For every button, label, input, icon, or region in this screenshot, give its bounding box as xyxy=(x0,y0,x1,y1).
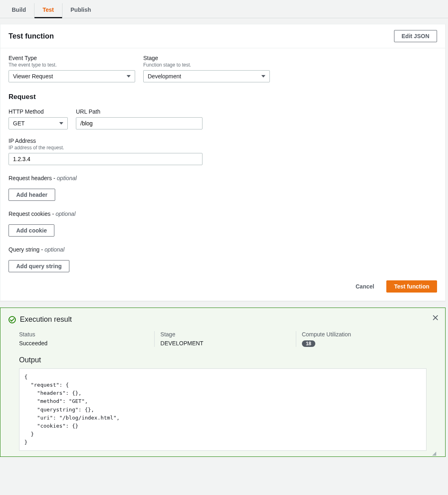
tab-publish[interactable]: Publish xyxy=(62,3,99,18)
ip-hint: IP address of the request. xyxy=(9,145,202,151)
status-label: Status xyxy=(19,331,154,338)
stage-select[interactable]: Development xyxy=(143,70,270,82)
caret-down-icon xyxy=(59,122,63,125)
http-method-select[interactable]: GET xyxy=(9,117,68,129)
add-query-button[interactable]: Add query string xyxy=(9,260,69,272)
tab-test[interactable]: Test xyxy=(34,3,62,18)
result-stage-label: Stage xyxy=(160,331,295,338)
cookies-label: Request cookies - xyxy=(9,211,56,217)
panel-title: Test function xyxy=(9,32,54,41)
output-label: Output xyxy=(19,356,437,364)
stage-hint: Function stage to test. xyxy=(143,62,270,68)
url-path-input[interactable] xyxy=(76,117,202,129)
url-path-label: URL Path xyxy=(76,108,202,115)
close-icon[interactable] xyxy=(432,314,439,321)
caret-down-icon xyxy=(127,75,131,77)
headers-label: Request headers - xyxy=(9,175,57,181)
query-label: Query string - xyxy=(9,246,45,253)
edit-json-button[interactable]: Edit JSON xyxy=(394,30,437,42)
tabs: Build Test Publish xyxy=(0,0,448,18)
event-type-hint: The event type to test. xyxy=(9,62,135,68)
tab-build[interactable]: Build xyxy=(3,3,34,18)
compute-label: Compute Utilization xyxy=(302,331,437,338)
success-check-icon xyxy=(9,316,16,323)
test-function-panel: Test function Edit JSON Event Type The e… xyxy=(0,24,446,301)
http-method-value: GET xyxy=(13,120,25,127)
add-cookie-button[interactable]: Add cookie xyxy=(9,224,54,237)
event-type-value: Viewer Request xyxy=(13,73,53,80)
caret-down-icon xyxy=(261,75,265,77)
status-value: Succeeded xyxy=(19,340,154,346)
event-type-label: Event Type xyxy=(9,55,135,61)
request-section-title: Request xyxy=(9,93,437,101)
stage-label: Stage xyxy=(143,55,270,61)
ip-label: IP Address xyxy=(9,138,202,144)
result-title: Execution result xyxy=(20,315,72,324)
test-function-button[interactable]: Test function xyxy=(386,280,437,293)
resize-handle-icon[interactable] xyxy=(9,451,437,456)
result-stage-value: DEVELOPMENT xyxy=(160,340,295,346)
http-method-label: HTTP Method xyxy=(9,108,68,115)
add-header-button[interactable]: Add header xyxy=(9,189,55,201)
output-code[interactable]: { "request": { "headers": {}, "method": … xyxy=(19,368,426,451)
cancel-button[interactable]: Cancel xyxy=(348,281,381,292)
compute-badge: 18 xyxy=(302,340,315,347)
stage-value: Development xyxy=(148,73,181,80)
ip-input[interactable] xyxy=(9,153,202,165)
optional-text: optional xyxy=(56,211,75,217)
execution-result-panel: Execution result Status Succeeded Stage … xyxy=(0,308,446,457)
event-type-select[interactable]: Viewer Request xyxy=(9,70,135,82)
optional-text: optional xyxy=(45,246,65,253)
optional-text: optional xyxy=(57,175,77,181)
